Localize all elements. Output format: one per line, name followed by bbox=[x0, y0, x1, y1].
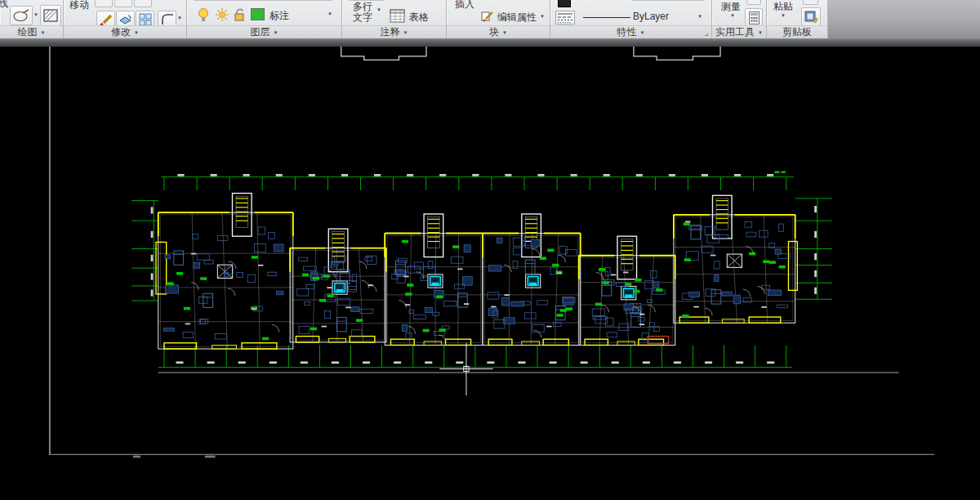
cut-icon[interactable] bbox=[746, 0, 761, 5]
linetype-preview-line bbox=[583, 17, 630, 18]
erase-icon bbox=[100, 13, 113, 25]
table-button-label[interactable]: 表格 bbox=[409, 11, 429, 25]
properties-dialog-launcher[interactable]: ⌟ bbox=[705, 29, 708, 37]
revision-cloud-dropdown[interactable]: ▼ bbox=[33, 12, 38, 17]
object-color-icon[interactable] bbox=[558, 0, 571, 7]
move-button-label[interactable]: 移动 bbox=[69, 0, 89, 12]
linetype-list-icon bbox=[555, 11, 575, 25]
floor-plan-drawing[interactable] bbox=[0, 47, 980, 500]
panel-utilities-expand-icon: ▼ bbox=[758, 30, 763, 35]
panel-label-utilities-text: 实用工具 bbox=[715, 25, 755, 38]
building-unit bbox=[290, 229, 386, 342]
panel-modify-expand-icon: ▼ bbox=[134, 30, 139, 35]
cut-row-fragment bbox=[194, 0, 332, 1]
edit-attribute-label[interactable]: 编辑属性 bbox=[497, 11, 537, 25]
building-unit bbox=[156, 194, 293, 349]
layer-color-swatch[interactable] bbox=[251, 8, 265, 20]
edit-attribute-button[interactable] bbox=[481, 10, 495, 22]
panel-draw: 线 ▼ 绘图 ▼ bbox=[0, 0, 64, 38]
crosshair-cursor bbox=[439, 343, 492, 395]
hatch-icon bbox=[43, 9, 58, 22]
cut-icon-2[interactable] bbox=[114, 0, 132, 7]
panel-annotation: 多行文字 ▼ 表格 注释 ▼ bbox=[342, 0, 447, 38]
paste-dropdown[interactable]: ▼ bbox=[781, 13, 786, 18]
panel-block-expand-icon: ▼ bbox=[502, 30, 507, 35]
linetype-value[interactable]: ByLayer bbox=[633, 11, 669, 22]
fillet-icon bbox=[161, 13, 174, 25]
sun-icon bbox=[215, 7, 229, 22]
paste-special-button[interactable] bbox=[801, 7, 821, 26]
panel-label-layers-text: 图层 bbox=[251, 25, 270, 38]
current-layer-name: 标注 bbox=[270, 9, 289, 23]
cut-icon-3[interactable] bbox=[134, 0, 152, 7]
mtext-button[interactable]: 多行文字 bbox=[353, 2, 374, 23]
building-unit bbox=[483, 214, 581, 346]
paste-special-icon bbox=[804, 11, 818, 24]
layer-on-button[interactable] bbox=[197, 7, 210, 23]
panel-draw-expand-icon: ▼ bbox=[41, 30, 46, 35]
layer-lock-button[interactable] bbox=[234, 7, 248, 21]
panel-label-modify[interactable]: 修改 ▼ bbox=[64, 25, 186, 38]
layer-combo-dropdown[interactable]: ▼ bbox=[327, 11, 332, 16]
panel-block: 插入 编辑属性 ▼ 块 ▼ bbox=[447, 0, 550, 38]
building-unit bbox=[385, 214, 483, 346]
panel-clipboard: 粘贴 ▼ 剪贴板 bbox=[767, 0, 828, 38]
panel-label-properties[interactable]: 特性 ▼ ⌟ bbox=[550, 25, 711, 38]
edit-attribute-icon bbox=[481, 10, 495, 22]
ribbon-bottom-band bbox=[0, 38, 980, 47]
measure-button[interactable]: 测量 bbox=[721, 0, 741, 14]
linetype-dropdown[interactable]: ▼ bbox=[697, 14, 702, 19]
panel-utilities: 测量 ▼ 实用工具 ▼ bbox=[712, 0, 767, 38]
edit-attribute-dropdown[interactable]: ▼ bbox=[540, 14, 545, 19]
panel-layers-expand-icon: ▼ bbox=[274, 30, 278, 35]
autocad-window: { "ui": { "dropdown_arrow": "▼", "launch… bbox=[0, 0, 980, 500]
insert-block-button[interactable]: 插入 bbox=[455, 0, 474, 11]
panel-label-draw-text: 绘图 bbox=[18, 25, 38, 38]
cut-icon[interactable] bbox=[803, 0, 818, 5]
panel-label-block[interactable]: 块 ▼ bbox=[447, 25, 550, 38]
panel-label-block-text: 块 bbox=[489, 25, 499, 38]
calculator-icon bbox=[749, 11, 760, 25]
cut-row-fragment bbox=[632, 0, 704, 1]
table-button[interactable] bbox=[390, 9, 405, 23]
ribbon: 线 ▼ 绘图 ▼ 移动 bbox=[0, 0, 980, 38]
cut-icon-1[interactable] bbox=[95, 0, 113, 7]
panel-label-utilities[interactable]: 实用工具 ▼ bbox=[712, 25, 766, 38]
panel-properties: ByLayer ▼ 特性 ▼ ⌟ bbox=[550, 0, 712, 38]
panel-label-properties-text: 特性 bbox=[617, 25, 637, 38]
panel-label-modify-text: 修改 bbox=[111, 25, 131, 38]
panel-modify: 移动 ▼ bbox=[64, 0, 187, 38]
table-icon bbox=[390, 9, 405, 23]
revision-cloud-button[interactable] bbox=[10, 6, 33, 25]
hatch-button[interactable] bbox=[40, 5, 61, 26]
layer-freeze-button[interactable] bbox=[215, 7, 229, 22]
fillet-dropdown[interactable]: ▼ bbox=[177, 16, 182, 20]
panel-annotation-expand-icon: ▼ bbox=[403, 30, 408, 35]
panel-properties-expand-icon: ▼ bbox=[640, 30, 645, 35]
lightbulb-icon bbox=[197, 7, 210, 23]
rotate-icon bbox=[118, 13, 132, 25]
panel-label-layers[interactable]: 图层 ▼ bbox=[187, 25, 341, 38]
cut-button-label: 线 bbox=[0, 0, 8, 11]
array-icon bbox=[139, 13, 152, 26]
measure-dropdown[interactable]: ▼ bbox=[730, 13, 735, 18]
panel-label-annotation-text: 注释 bbox=[381, 25, 400, 38]
mtext-dropdown[interactable]: ▼ bbox=[376, 7, 381, 12]
drawing-canvas[interactable] bbox=[0, 47, 980, 500]
unlock-icon bbox=[234, 7, 248, 21]
building-unit bbox=[579, 236, 675, 345]
paste-button[interactable]: 粘贴 bbox=[773, 0, 793, 14]
building-unit bbox=[674, 195, 797, 323]
revision-cloud-icon bbox=[12, 9, 30, 22]
panel-layers: 标注 ▼ 图层 ▼ bbox=[187, 0, 342, 38]
panel-label-annotation[interactable]: 注释 ▼ bbox=[342, 25, 446, 38]
panel-label-clipboard-text: 剪贴板 bbox=[782, 25, 812, 38]
panel-label-clipboard: 剪贴板 bbox=[767, 25, 827, 38]
linetype-list-button[interactable] bbox=[555, 11, 575, 25]
panel-label-draw[interactable]: 绘图 ▼ bbox=[0, 25, 63, 38]
